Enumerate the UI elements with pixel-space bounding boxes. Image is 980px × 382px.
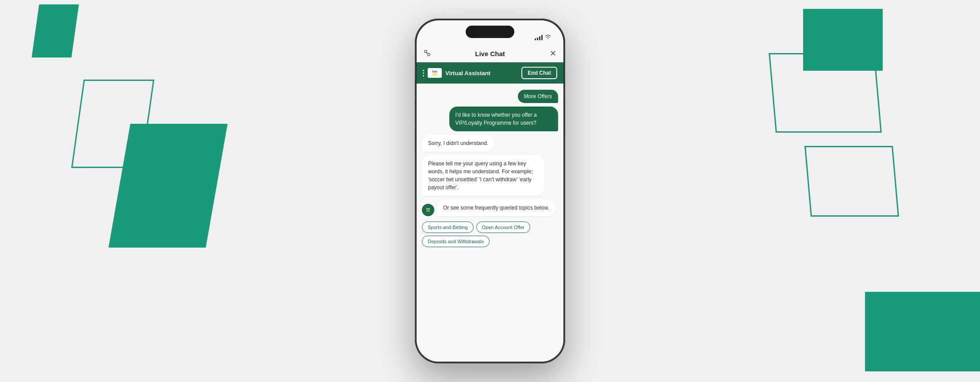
bg-outline-shape-1 — [71, 80, 154, 168]
bet365-logo-text: bet365 — [432, 70, 437, 76]
mute-button — [415, 80, 415, 95]
phone-screen: Live Chat ✕ bet365 — [417, 20, 563, 362]
user-message-more-offers: More Offers — [422, 90, 558, 103]
bot-avatar-logo: bet365 — [426, 208, 430, 213]
dot-1 — [423, 70, 424, 71]
cellular-signal — [535, 35, 543, 40]
bot-bubble-topics: Or see some frequently queried topics be… — [437, 199, 555, 216]
bot-avatar: bet365 — [422, 204, 434, 216]
expand-button[interactable] — [424, 50, 434, 58]
wifi-icon — [545, 34, 551, 41]
bot-message-keywords: Please tell me your query using a few ke… — [422, 155, 544, 196]
open-account-offer-button[interactable]: Open Account Offer — [476, 222, 530, 233]
bet365-logo: bet365 — [428, 68, 442, 78]
quick-replies: Sports and Betting Open Account Offer De… — [422, 220, 558, 249]
svg-rect-1 — [428, 53, 430, 56]
bot-bubble-keywords: Please tell me your query using a few ke… — [422, 155, 544, 196]
expand-icon — [424, 50, 431, 58]
volume-up-button — [415, 100, 415, 123]
agent-name: Virtual Assistant — [445, 70, 490, 76]
bg-teal-shape-1 — [108, 124, 227, 248]
bg-teal-shape-3 — [865, 292, 980, 371]
dot-3 — [423, 75, 424, 76]
signal-icons — [535, 34, 551, 41]
chat-header-left: bet365 Virtual Assistant — [423, 68, 490, 78]
menu-dots-button[interactable] — [423, 70, 424, 76]
power-button — [565, 100, 565, 136]
end-chat-button[interactable]: End Chat — [521, 67, 557, 79]
status-bar — [417, 20, 563, 44]
dynamic-island — [466, 26, 514, 38]
phone-outer-frame: Live Chat ✕ bet365 — [415, 19, 565, 363]
deposits-withdrawals-button[interactable]: Deposits and Withdrawals — [422, 236, 490, 247]
close-button[interactable]: ✕ — [546, 49, 556, 58]
chat-header: bet365 Virtual Assistant End Chat — [417, 62, 563, 84]
phone-device: Live Chat ✕ bet365 — [415, 19, 565, 363]
user-message-vip: I'd like to know whether you offer a VIP… — [422, 107, 558, 131]
bar-1 — [535, 38, 536, 40]
bg-teal-shape-4 — [803, 9, 883, 71]
screen-content: Live Chat ✕ bet365 — [417, 44, 563, 362]
bot-bubble-sorry: Sorry, I didn't understand. — [422, 135, 494, 152]
chat-messages: More Offers I'd like to know whether you… — [417, 84, 563, 362]
sports-betting-button[interactable]: Sports and Betting — [422, 222, 474, 233]
user-bubble-vip: I'd like to know whether you offer a VIP… — [449, 107, 558, 131]
more-offers-button[interactable]: More Offers — [518, 90, 558, 103]
svg-rect-0 — [425, 50, 427, 53]
volume-down-button — [415, 129, 415, 152]
chat-title: Live Chat — [475, 50, 505, 57]
bg-outline-shape-3 — [804, 146, 899, 217]
bar-4 — [541, 35, 543, 40]
bar-2 — [537, 38, 538, 40]
dot-2 — [423, 73, 424, 74]
bg-outline-shape-2 — [769, 53, 882, 133]
bot-message-topics: bet365 Or see some frequently queried to… — [422, 199, 558, 216]
bar-3 — [539, 36, 540, 40]
bot-message-sorry: Sorry, I didn't understand. — [422, 135, 544, 152]
bg-teal-shape-2 — [32, 4, 79, 57]
title-bar: Live Chat ✕ — [417, 44, 563, 62]
